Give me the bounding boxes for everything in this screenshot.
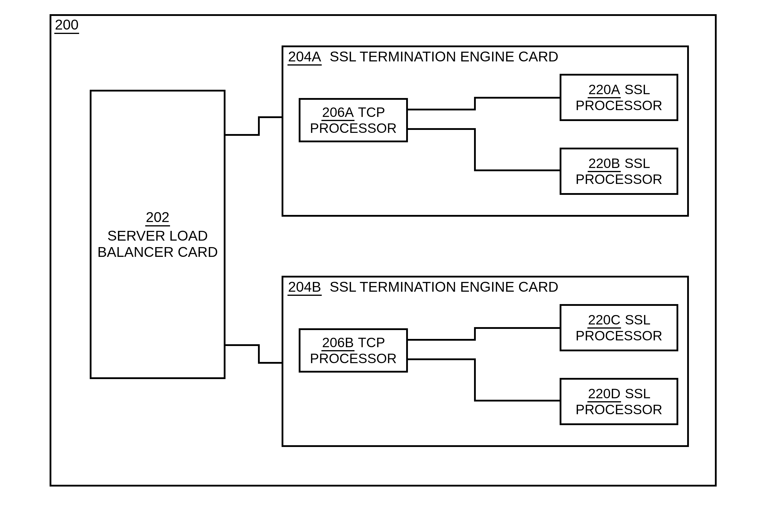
connector-line: [474, 97, 561, 99]
tcp-b-label-bottom: PROCESSOR: [310, 351, 397, 367]
connector-line: [474, 327, 476, 341]
connector-line: [258, 344, 260, 364]
engine-card-a-title-text: SSL TERMINATION ENGINE CARD: [330, 49, 558, 64]
tcp-a-label-bottom: PROCESSOR: [310, 120, 397, 136]
engine-card-a-title: 204A SSL TERMINATION ENGINE CARD: [287, 49, 558, 65]
ssl-termination-engine-card-b: 204B SSL TERMINATION ENGINE CARD 206B TC…: [281, 276, 689, 447]
figure-outer-box: 200 202 SERVER LOAD BALANCER CARD 204A S…: [50, 14, 717, 486]
engine-card-b-title-text: SSL TERMINATION ENGINE CARD: [330, 279, 558, 295]
ssl-220b-label-bottom: PROCESSOR: [576, 171, 662, 187]
connector-line: [258, 116, 260, 136]
connector-line: [474, 128, 476, 171]
ssl-220d-label-top: SSL: [625, 386, 651, 401]
connector-line: [408, 128, 476, 130]
tcp-b-ref: 206B: [321, 335, 354, 351]
ssl-processor-220c: 220C SSL PROCESSOR: [560, 304, 678, 351]
server-load-balancer-card: 202 SERVER LOAD BALANCER CARD: [90, 90, 226, 379]
ssl-220c-row1: 220C SSL: [588, 312, 651, 328]
ssl-220c-label-bottom: PROCESSOR: [576, 328, 662, 344]
engine-card-a-ref: 204A: [287, 49, 322, 65]
connector-line: [474, 97, 476, 110]
slb-ref: 202: [145, 209, 170, 226]
connector-line: [226, 344, 258, 346]
tcp-processor-a: 206A TCP PROCESSOR: [299, 98, 408, 142]
figure-number: 200: [54, 17, 79, 34]
tcp-a-label-top: TCP: [358, 105, 385, 120]
tcp-b-label-top: TCP: [358, 335, 385, 350]
tcp-a-ref: 206A: [321, 105, 354, 121]
connector-line: [474, 327, 561, 329]
ssl-220a-ref: 220A: [588, 82, 620, 98]
ssl-220d-row1: 220D SSL: [588, 385, 651, 401]
ssl-processor-220a: 220A SSL PROCESSOR: [560, 74, 678, 121]
ssl-220c-label-top: SSL: [625, 312, 651, 327]
connector-line: [474, 359, 476, 401]
connector-line: [258, 362, 281, 364]
ssl-220d-ref: 220D: [588, 386, 621, 402]
connector-line: [474, 400, 561, 401]
connector-line: [408, 339, 476, 341]
ssl-220b-row1: 220B SSL: [588, 155, 650, 171]
slb-label-line1: SERVER LOAD: [107, 228, 208, 244]
tcp-processor-b: 206B TCP PROCESSOR: [299, 328, 408, 372]
connector-line: [258, 116, 281, 118]
ssl-processor-220b: 220B SSL PROCESSOR: [560, 148, 678, 195]
ssl-220c-ref: 220C: [588, 312, 621, 329]
connector-line: [474, 169, 561, 171]
ssl-220a-label-bottom: PROCESSOR: [576, 97, 662, 113]
engine-card-b-ref: 204B: [287, 279, 322, 296]
connector-line: [408, 359, 476, 360]
ssl-220b-ref: 220B: [588, 156, 620, 172]
connector-line: [226, 134, 258, 136]
ssl-220b-label-top: SSL: [624, 156, 650, 171]
ssl-termination-engine-card-a: 204A SSL TERMINATION ENGINE CARD 206A TC…: [281, 46, 689, 217]
connector-line: [408, 109, 476, 110]
tcp-a-row1: 206A TCP: [321, 104, 385, 120]
ssl-220a-label-top: SSL: [624, 82, 650, 97]
ssl-220a-row1: 220A SSL: [588, 81, 650, 97]
engine-card-b-title: 204B SSL TERMINATION ENGINE CARD: [287, 279, 558, 295]
tcp-b-row1: 206B TCP: [321, 335, 385, 351]
slb-label-line2: BALANCER CARD: [97, 244, 218, 260]
ssl-processor-220d: 220D SSL PROCESSOR: [560, 378, 678, 425]
ssl-220d-label-bottom: PROCESSOR: [576, 401, 662, 417]
